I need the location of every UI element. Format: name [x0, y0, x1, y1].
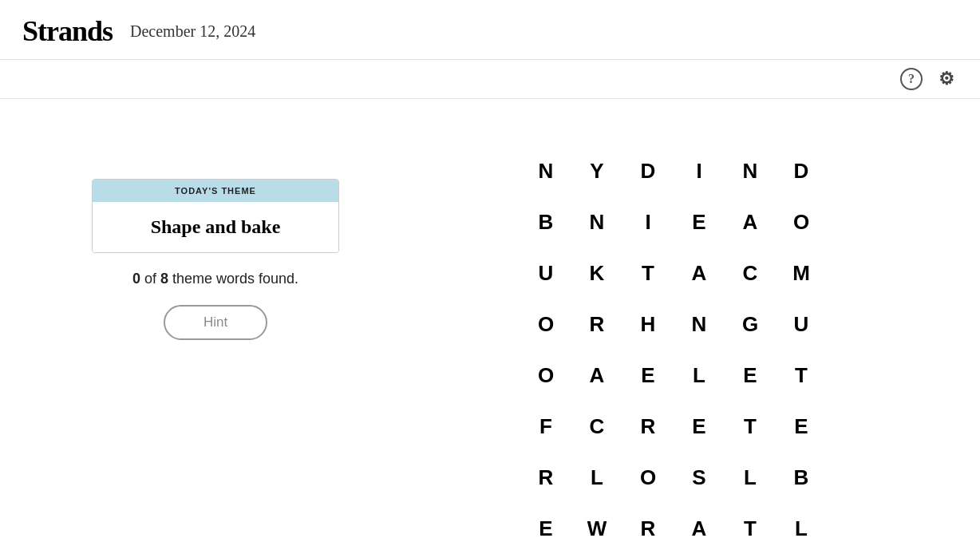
letter-cell[interactable]: A	[675, 249, 723, 297]
letter-cell[interactable]: U	[522, 249, 570, 297]
letter-cell[interactable]: L	[777, 504, 825, 538]
letter-cell[interactable]: F	[522, 402, 570, 450]
letter-cell[interactable]: L	[573, 453, 621, 501]
letter-cell[interactable]: R	[624, 402, 672, 450]
hint-button[interactable]: Hint	[164, 305, 267, 340]
progress-text: 0 of 8 theme words found.	[132, 271, 298, 287]
theme-card-body: Shape and bake	[93, 202, 338, 252]
letter-cell[interactable]: I	[624, 198, 672, 246]
found-count: 0	[132, 271, 140, 287]
letter-cell[interactable]: O	[522, 300, 570, 348]
letter-cell[interactable]: D	[777, 147, 825, 195]
letter-cell[interactable]: O	[624, 453, 672, 501]
letter-cell[interactable]: K	[573, 249, 621, 297]
letter-cell[interactable]: R	[522, 453, 570, 501]
total-count: 8	[160, 271, 168, 287]
letter-cell[interactable]: E	[777, 402, 825, 450]
theme-card: TODAY'S THEME Shape and bake	[92, 179, 339, 253]
header-date: December 12, 2024	[130, 22, 255, 41]
right-panel: NYDINDBNIEAOUKTACMORHNGUOAELETFCRETERLOS…	[415, 131, 932, 538]
letter-cell[interactable]: L	[675, 351, 723, 399]
letter-cell[interactable]: N	[573, 198, 621, 246]
letter-cell[interactable]: R	[573, 300, 621, 348]
letter-cell[interactable]: T	[726, 504, 774, 538]
letter-cell[interactable]: A	[573, 351, 621, 399]
letter-cell[interactable]: T	[777, 351, 825, 399]
progress-suffix: theme words found.	[168, 271, 298, 287]
page-header: Strands December 12, 2024	[0, 0, 980, 60]
letter-cell[interactable]: T	[726, 402, 774, 450]
letter-cell[interactable]: D	[624, 147, 672, 195]
toolbar: ? ⚙	[0, 60, 980, 99]
letter-cell[interactable]: T	[624, 249, 672, 297]
letter-cell[interactable]: B	[522, 198, 570, 246]
letter-cell[interactable]: I	[675, 147, 723, 195]
letter-cell[interactable]: N	[726, 147, 774, 195]
help-icon[interactable]: ?	[900, 68, 923, 90]
letter-cell[interactable]: E	[675, 402, 723, 450]
letter-cell[interactable]: A	[675, 504, 723, 538]
settings-icon[interactable]: ⚙	[935, 68, 958, 90]
letter-cell[interactable]: U	[777, 300, 825, 348]
letter-cell[interactable]: N	[675, 300, 723, 348]
letter-cell[interactable]: N	[522, 147, 570, 195]
letter-cell[interactable]: G	[726, 300, 774, 348]
letter-cell[interactable]: O	[522, 351, 570, 399]
letter-cell[interactable]: R	[624, 504, 672, 538]
main-content: TODAY'S THEME Shape and bake 0 of 8 them…	[0, 99, 980, 538]
letter-cell[interactable]: E	[726, 351, 774, 399]
letter-cell[interactable]: M	[777, 249, 825, 297]
letter-cell[interactable]: L	[726, 453, 774, 501]
letter-cell[interactable]: Y	[573, 147, 621, 195]
letter-cell[interactable]: O	[777, 198, 825, 246]
letter-cell[interactable]: E	[675, 198, 723, 246]
letter-cell[interactable]: C	[573, 402, 621, 450]
letter-cell[interactable]: C	[726, 249, 774, 297]
letter-cell[interactable]: W	[573, 504, 621, 538]
theme-card-header: TODAY'S THEME	[93, 180, 338, 202]
letter-cell[interactable]: E	[624, 351, 672, 399]
letter-cell[interactable]: S	[675, 453, 723, 501]
progress-of: of	[140, 271, 160, 287]
app-title: Strands	[22, 14, 113, 48]
letter-grid: NYDINDBNIEAOUKTACMORHNGUOAELETFCRETERLOS…	[522, 147, 825, 538]
letter-cell[interactable]: E	[522, 504, 570, 538]
letter-cell[interactable]: A	[726, 198, 774, 246]
letter-cell[interactable]: B	[777, 453, 825, 501]
letter-cell[interactable]: H	[624, 300, 672, 348]
left-panel: TODAY'S THEME Shape and bake 0 of 8 them…	[48, 131, 383, 538]
